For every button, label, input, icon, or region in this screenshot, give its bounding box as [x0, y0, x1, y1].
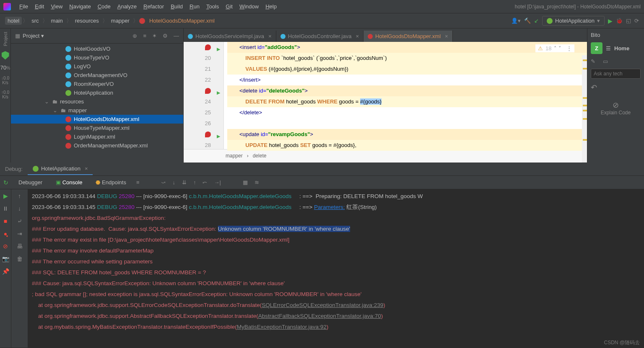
watermark: CSDN @随码去	[604, 339, 640, 346]
tree-item[interactable]: RoomKeeperVO	[11, 80, 183, 88]
crumb[interactable]: main	[49, 17, 65, 25]
close-icon[interactable]: ×	[85, 165, 88, 172]
pause-button[interactable]: ⏸	[3, 205, 8, 212]
editor-tab[interactable]: HotelGoodsController.java×	[276, 31, 364, 42]
stop-button[interactable]: ■	[4, 218, 7, 224]
menu-analyze[interactable]: Analyze	[114, 2, 140, 11]
inspection-widget[interactable]: ⚠ 18 ˄ ˅ ⋮	[535, 44, 574, 52]
explain-code-button[interactable]: ⊘ Explain Code	[591, 101, 641, 116]
step-over-icon[interactable]: ⤻	[161, 179, 166, 186]
collapse-icon[interactable]: ✶	[152, 33, 157, 39]
tree-item[interactable]: OrderManagementMapper.xml	[11, 141, 183, 150]
tree-item[interactable]: ⌄🖿mapper	[11, 106, 183, 115]
scroll-end-icon[interactable]: ⇥	[17, 230, 22, 237]
menu-navigate[interactable]: Navigate	[66, 2, 94, 11]
undo-icon[interactable]: ↶	[591, 83, 597, 92]
settings-icon[interactable]: ⚙	[163, 33, 168, 39]
drop-frame-icon[interactable]: ⤺	[203, 179, 207, 186]
coverage-button[interactable]: ◱	[626, 18, 631, 24]
menu-tools[interactable]: Tools	[203, 2, 222, 11]
tree-item[interactable]: HotelApplication	[11, 88, 183, 97]
menu-edit[interactable]: Edit	[31, 2, 47, 11]
crumb-project[interactable]: hotel	[5, 17, 22, 25]
run-to-cursor-icon[interactable]: →|	[214, 179, 221, 186]
tree-item[interactable]: LoginMapper.xml	[11, 132, 183, 141]
clear-icon[interactable]: 🗑	[17, 255, 23, 262]
resume-button[interactable]: ▶	[3, 193, 8, 199]
menu-file[interactable]: File	[16, 2, 31, 11]
print-icon[interactable]: 🖶	[17, 243, 23, 250]
menu-window[interactable]: Window	[236, 2, 262, 11]
expand-icon[interactable]: ≡	[143, 33, 146, 39]
scroll-down-icon[interactable]: ↓	[18, 205, 21, 212]
menu-view[interactable]: View	[47, 2, 66, 11]
debug-button[interactable]: 🐞	[616, 18, 623, 24]
tree-item[interactable]: OrderManagementVO	[11, 71, 183, 80]
stat-down: ↓0.0K/s	[1, 76, 9, 85]
build-icon[interactable]: 🔨	[524, 18, 531, 24]
profile-button[interactable]: ⟳	[634, 18, 639, 24]
menu-code[interactable]: Code	[94, 2, 114, 11]
editor-tab[interactable]: HotelGoodsDtoMapper.xml×	[364, 31, 453, 42]
tree-item[interactable]: HotelGoodsVO	[11, 44, 183, 53]
breakpoints-button[interactable]: ●●	[4, 230, 7, 237]
panel-title[interactable]: Project ▾	[23, 33, 132, 39]
trace-icon[interactable]: ≋	[254, 179, 259, 186]
code-breadcrumb[interactable]: mapper›delete	[184, 149, 587, 162]
menu-run[interactable]: Run	[186, 2, 203, 11]
project-tool-button[interactable]: Project	[3, 32, 8, 46]
project-tree[interactable]: HotelGoodsVOHouseTypeVOLogVOOrderManagem…	[11, 44, 183, 151]
hide-icon[interactable]: —	[174, 33, 179, 39]
locate-icon[interactable]: ⊕	[132, 33, 137, 39]
editor-tab[interactable]: HotelGoodsServiceImpl.java×	[184, 31, 276, 42]
tree-item[interactable]: LogVO	[11, 62, 183, 71]
console-controls: ↑ ↓ ⤶ ⇥ 🖶 🗑	[11, 189, 28, 348]
debug-session-tab[interactable]: HotelApplication ×	[28, 163, 93, 175]
console-output[interactable]: 2023-06-06 19:03:33.144 DEBUG 25280 --- …	[28, 189, 644, 348]
filter-icon[interactable]: ≡	[136, 179, 140, 186]
soft-wrap-icon[interactable]: ⤶	[17, 218, 22, 224]
run-config-selector[interactable]: HotelApplication ▾	[542, 16, 605, 26]
run-config-label: HotelApplication	[555, 18, 595, 24]
crumb-file[interactable]: HotelGoodsDtoMapper.xml	[147, 17, 217, 25]
user-icon[interactable]: 👤▾	[511, 18, 521, 24]
debugger-tab[interactable]: Debugger	[15, 178, 46, 187]
menu-git[interactable]: Git	[222, 2, 236, 11]
code-content[interactable]: <insert id="addGoods"> INSERT INTO `hote…	[224, 42, 587, 149]
window-title: hotel [D:\java_project\hotel] - HotelGoo…	[515, 4, 641, 10]
camera-icon[interactable]: 📷	[2, 255, 9, 262]
tree-item[interactable]: HouseTypeVO	[11, 53, 183, 62]
gutter[interactable]: ▶▶▶ 19202122232425262728	[184, 42, 224, 149]
run-button[interactable]: ▶	[608, 18, 613, 24]
menu-help[interactable]: Help	[262, 2, 280, 11]
wallet-icon[interactable]: ▭	[603, 58, 608, 64]
endpoints-tab[interactable]: ⬣ Endpoints	[92, 178, 129, 187]
console-tab[interactable]: ▣ Console	[52, 178, 86, 187]
app-icon	[3, 3, 11, 10]
rerun-button[interactable]: ↻	[3, 179, 8, 186]
bito-input[interactable]	[591, 69, 641, 79]
project-panel: ▦ Project ▾ ⊕ ≡ ✶ ⚙ — HotelGoodsVOHouseT…	[11, 28, 184, 162]
mute-breakpoints-button[interactable]: ⊘	[3, 243, 8, 250]
hamburger-icon[interactable]: ☰	[606, 45, 611, 52]
panel-select-icon[interactable]: ▦	[15, 33, 20, 39]
scroll-up-icon[interactable]: ↑	[18, 193, 21, 199]
menu-refactor[interactable]: Refactor	[140, 2, 167, 11]
crumb[interactable]: src	[29, 17, 41, 25]
step-out-icon[interactable]: ↑	[193, 179, 196, 186]
pin-icon[interactable]: 📌	[2, 268, 9, 275]
marker-bar[interactable]	[582, 55, 587, 162]
menu-build[interactable]: Build	[167, 2, 186, 11]
bito-avatar[interactable]: Z	[591, 42, 602, 54]
crumb[interactable]: mapper	[109, 17, 132, 25]
force-step-icon[interactable]: ⇊	[182, 179, 187, 186]
bito-home[interactable]: Home	[614, 45, 629, 52]
step-into-icon[interactable]: ↓	[172, 179, 175, 186]
pencil-icon[interactable]: ✎	[591, 58, 595, 64]
sync-icon[interactable]: ↙	[534, 18, 539, 24]
crumb[interactable]: resources	[73, 17, 101, 25]
tree-item[interactable]: ⌄🖿resources	[11, 97, 183, 106]
evaluate-icon[interactable]: ▦	[243, 179, 248, 186]
tree-item[interactable]: HotelGoodsDtoMapper.xml	[11, 115, 183, 124]
tree-item[interactable]: HouseTypeMapper.xml	[11, 124, 183, 132]
